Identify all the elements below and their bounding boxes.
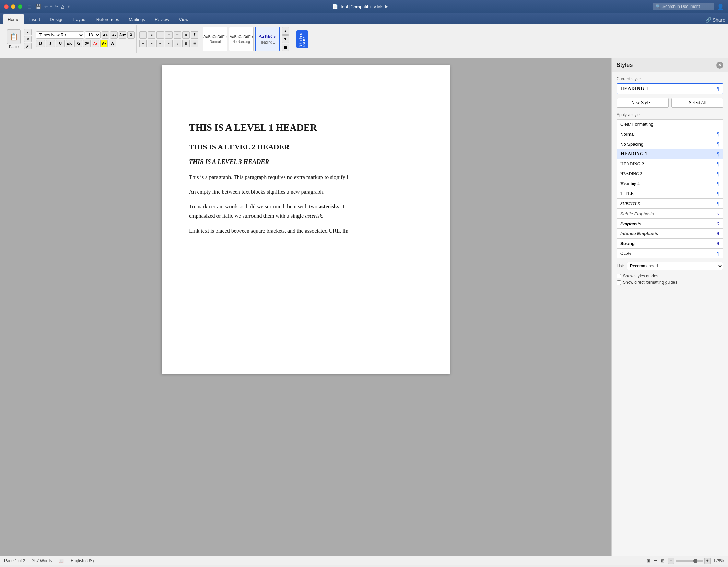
tab-references[interactable]: References xyxy=(92,14,124,24)
quick-access-dropdown-icon: ▾ xyxy=(68,4,70,9)
style-item-mark: ¶ xyxy=(717,171,719,177)
text-effects-button[interactable]: A xyxy=(109,40,116,47)
new-style-button[interactable]: New Style... xyxy=(617,98,669,108)
bullets-button[interactable]: ☰ xyxy=(139,31,147,39)
style-list-item[interactable]: HEADING 3¶ xyxy=(617,169,723,179)
style-list-item[interactable]: Subtle Emphasisa xyxy=(617,209,723,219)
close-window-button[interactable] xyxy=(4,4,9,9)
underline-button[interactable]: U xyxy=(56,40,65,47)
document-heading2: THIS IS A LEVEL 2 HEADER xyxy=(189,141,422,153)
style-list-item[interactable]: HEADING 2¶ xyxy=(617,159,723,169)
clear-formatting-button[interactable]: ✗ xyxy=(127,31,135,39)
tab-layout[interactable]: Layout xyxy=(69,14,92,24)
justify-button[interactable]: ≡ xyxy=(165,40,173,47)
style-normal-card[interactable]: AaBbCcDdEe Normal xyxy=(203,27,227,51)
style-item-name: Emphasis xyxy=(620,221,717,226)
align-left-button[interactable]: ≡ xyxy=(139,40,147,47)
style-list-item[interactable]: HEADING 1¶ xyxy=(617,149,723,159)
italic-button[interactable]: I xyxy=(46,40,55,47)
page-count: Page 1 of 2 xyxy=(4,558,25,563)
window-controls: ⊟ 💾 ↩ ▾ ↪ 🖨 ▾ xyxy=(4,4,70,9)
style-list-item[interactable]: Stronga xyxy=(617,239,723,249)
shading-button[interactable]: ▓ xyxy=(182,40,190,47)
highlight-button[interactable]: A▾ xyxy=(100,40,108,47)
style-list-item[interactable]: Intense Emphasisa xyxy=(617,229,723,239)
tab-insert[interactable]: Insert xyxy=(24,14,45,24)
strikethrough-button[interactable]: abc xyxy=(66,40,73,47)
search-box[interactable]: 🔍 Search in Document xyxy=(653,3,714,10)
multilevel-list-button[interactable]: ⋮ xyxy=(156,31,164,39)
share-button[interactable]: 🔗 Share xyxy=(705,17,725,23)
styles-scroll-up-button[interactable]: ▲ xyxy=(282,27,289,35)
zoom-slider[interactable] xyxy=(676,560,703,562)
outline-view-icon[interactable]: ☰ xyxy=(654,558,658,563)
superscript-button[interactable]: X² xyxy=(83,40,91,47)
styles-pane-close-button[interactable]: ✕ xyxy=(716,62,723,69)
change-case-button[interactable]: Aa▾ xyxy=(119,31,126,39)
decrease-indent-button[interactable]: ⇐ xyxy=(165,31,173,39)
increase-indent-button[interactable]: ⇒ xyxy=(174,31,181,39)
style-heading1-card[interactable]: AaBbCc Heading 1 xyxy=(255,27,280,51)
style-item-mark: ¶ xyxy=(717,161,719,167)
style-list-item[interactable]: Clear Formatting xyxy=(617,119,723,129)
style-nospacing-card[interactable]: AaBbCcDdEe No Spacing xyxy=(229,27,254,51)
layout-view-icon[interactable]: ▣ xyxy=(647,558,650,563)
style-list-item[interactable]: Normal¶ xyxy=(617,129,723,139)
styles-pane-button[interactable]: Styles Pane xyxy=(291,27,314,51)
tab-design[interactable]: Design xyxy=(45,14,68,24)
statusbar: Page 1 of 2 257 Words 📖 English (US) ▣ ☰… xyxy=(0,556,728,565)
sort-button[interactable]: ⇅ xyxy=(182,31,190,39)
print-view-icon[interactable]: ⊞ xyxy=(661,558,665,563)
format-painter-button[interactable]: 🖌 xyxy=(24,43,32,49)
show-direct-formatting-label[interactable]: Show direct formatting guides xyxy=(623,280,677,285)
minimize-window-button[interactable] xyxy=(11,4,15,9)
show-styles-guides-label[interactable]: Show styles guides xyxy=(623,274,658,278)
document-area[interactable]: THIS IS A LEVEL 1 HEADER THIS IS A LEVEL… xyxy=(0,58,611,556)
bold-button[interactable]: B xyxy=(36,40,45,47)
line-spacing-button[interactable]: ↕ xyxy=(174,40,181,47)
show-styles-guides-checkbox[interactable] xyxy=(617,274,621,278)
styles-scroll-down-button[interactable]: ▼ xyxy=(282,35,289,43)
styles-expand-button[interactable]: ⊞ xyxy=(282,44,289,51)
list-select[interactable]: Recommended xyxy=(627,262,723,270)
style-list-item[interactable]: Emphasisa xyxy=(617,219,723,229)
tab-home[interactable]: Home xyxy=(3,14,24,24)
style-list: Clear FormattingNormal¶No Spacing¶HEADIN… xyxy=(617,119,723,258)
tab-review[interactable]: Review xyxy=(150,14,174,24)
borders-button[interactable]: ⊞ xyxy=(191,40,198,47)
font-name-select[interactable]: Times New Ro... xyxy=(36,31,84,39)
font-color-button[interactable]: A▾ xyxy=(92,40,99,47)
style-list-item[interactable]: Heading 4¶ xyxy=(617,179,723,189)
show-formatting-button[interactable]: ¶ xyxy=(191,31,198,39)
document-heading3: THIS IS A LEVEL 3 HEADER xyxy=(189,157,422,167)
maximize-window-button[interactable] xyxy=(18,4,22,9)
show-direct-formatting-checkbox[interactable] xyxy=(617,280,621,285)
tab-mailings[interactable]: Mailings xyxy=(124,14,150,24)
style-item-mark: ¶ xyxy=(717,131,719,137)
font-shrink-button[interactable]: A- xyxy=(110,31,118,39)
style-item-mark: ¶ xyxy=(717,181,719,186)
numbered-list-button[interactable]: ≡ xyxy=(148,31,155,39)
style-list-item[interactable]: Quote¶ xyxy=(617,249,723,258)
zoom-thumb xyxy=(693,559,697,563)
current-style-box[interactable]: HEADING 1 ¶ xyxy=(617,83,723,94)
style-list-item[interactable]: No Spacing¶ xyxy=(617,139,723,149)
paste-button[interactable]: 📋 xyxy=(7,29,21,44)
font-size-select[interactable]: 18 xyxy=(85,31,101,39)
cut-button[interactable]: ✂ xyxy=(24,29,32,35)
tab-view[interactable]: View xyxy=(174,14,193,24)
titlebar-right: 🔍 Search in Document 👤 xyxy=(653,3,724,10)
paragraph-mark: ¶ xyxy=(716,86,719,92)
zoom-in-button[interactable]: + xyxy=(704,558,711,564)
copy-button[interactable]: ⧉ xyxy=(24,36,32,42)
align-center-button[interactable]: ≡ xyxy=(148,40,155,47)
font-group: Times New Ro... 18 A+ A- Aa▾ ✗ B I U abc… xyxy=(35,25,137,53)
align-right-button[interactable]: ≡ xyxy=(156,40,164,47)
font-grow-button[interactable]: A+ xyxy=(102,31,109,39)
bold-text: asterisks xyxy=(319,204,339,209)
style-list-item[interactable]: SUBTITLE¶ xyxy=(617,199,723,209)
subscript-button[interactable]: X₂ xyxy=(74,40,82,47)
zoom-out-button[interactable]: − xyxy=(668,558,674,564)
style-list-item[interactable]: TITLE¶ xyxy=(617,189,723,199)
select-all-button[interactable]: Select All xyxy=(671,98,724,108)
